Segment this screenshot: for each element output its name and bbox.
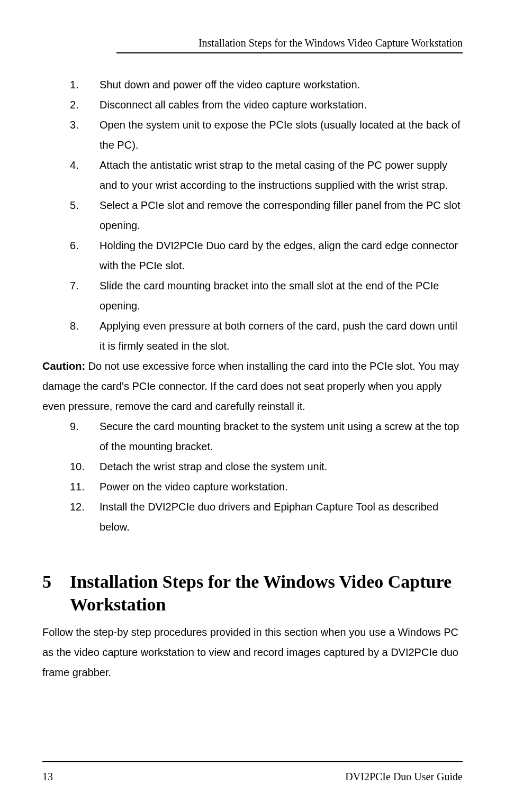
step-text: Select a PCIe slot and remove the corres…	[100, 199, 460, 231]
caution-paragraph: Caution: Do not use excessive force when…	[42, 356, 463, 416]
caution-text: Do not use excessive force when installi…	[42, 360, 459, 412]
footer-rule	[42, 761, 463, 762]
list-item: Slide the card mounting bracket into the…	[42, 276, 463, 316]
section-title-text: Installation Steps for the Windows Video…	[70, 572, 452, 614]
section-number: 5	[42, 571, 70, 594]
step-text: Slide the card mounting bracket into the…	[100, 280, 439, 312]
step-text: Secure the card mounting bracket to the …	[100, 421, 459, 452]
list-item: Open the system unit to expose the PCIe …	[42, 115, 463, 155]
list-item: Install the DVI2PCIe duo drivers and Epi…	[42, 497, 463, 537]
install-steps-part-b: Secure the card mounting bracket to the …	[42, 416, 463, 537]
caution-label: Caution:	[42, 360, 85, 372]
list-item: Attach the antistatic wrist strap to the…	[42, 155, 463, 195]
list-item: Secure the card mounting bracket to the …	[42, 416, 463, 457]
step-text: Applying even pressure at both corners o…	[100, 320, 457, 352]
step-text: Install the DVI2PCIe duo drivers and Epi…	[100, 501, 438, 533]
install-steps-part-a: Shut down and power off the video captur…	[42, 75, 463, 356]
section-intro: Follow the step-by step procedures provi…	[42, 622, 463, 682]
section-heading: 5Installation Steps for the Windows Vide…	[42, 571, 463, 616]
step-text: Detach the wrist strap and close the sys…	[100, 461, 327, 472]
list-item: Power on the video capture workstation.	[42, 477, 463, 497]
step-text: Open the system unit to expose the PCIe …	[100, 119, 460, 151]
running-header-text: Installation Steps for the Windows Video…	[199, 37, 463, 49]
list-item: Holding the DVI2PCIe Duo card by the edg…	[42, 235, 463, 276]
step-text: Shut down and power off the video captur…	[100, 79, 360, 90]
list-item: Applying even pressure at both corners o…	[42, 316, 463, 356]
list-item: Disconnect all cables from the video cap…	[42, 95, 463, 115]
step-text: Attach the antistatic wrist strap to the…	[100, 159, 448, 191]
doc-title: DVI2PCIe Duo User Guide	[345, 771, 463, 783]
step-text: Holding the DVI2PCIe Duo card by the edg…	[100, 240, 458, 271]
page-footer: 13 DVI2PCIe Duo User Guide	[42, 761, 463, 783]
list-item: Detach the wrist strap and close the sys…	[42, 457, 463, 477]
running-header: Installation Steps for the Windows Video…	[116, 37, 463, 53]
page-number: 13	[42, 771, 53, 783]
list-item: Select a PCIe slot and remove the corres…	[42, 195, 463, 235]
step-text: Power on the video capture workstation.	[100, 481, 288, 492]
list-item: Shut down and power off the video captur…	[42, 75, 463, 95]
step-text: Disconnect all cables from the video cap…	[100, 99, 367, 111]
